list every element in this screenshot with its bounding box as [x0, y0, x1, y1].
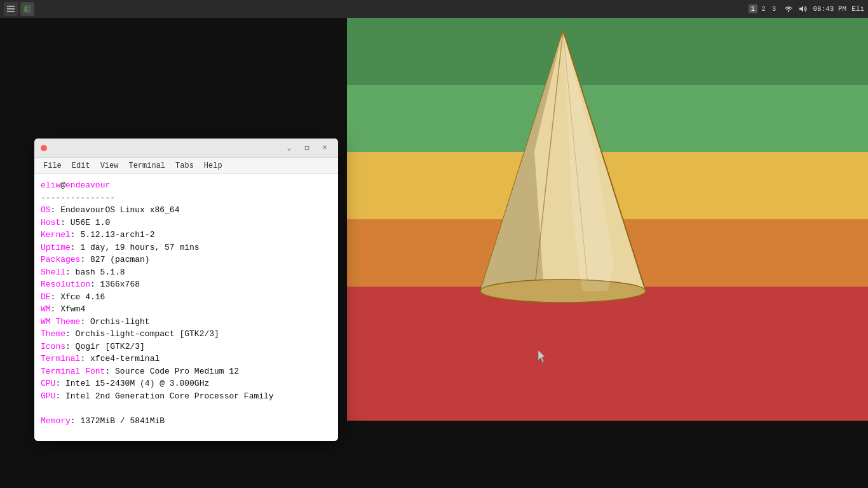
taskbar-system-icons: [783, 4, 808, 13]
terminal-content[interactable]: eliw@endeavour --------------- OS: Endea…: [34, 174, 338, 441]
terminal-line-uptime: Uptime: 1 day, 19 hours, 57 mins: [41, 241, 332, 254]
terminal-taskbar-button[interactable]: $_: [20, 2, 34, 16]
svg-rect-1: [7, 8, 15, 10]
workspace-1[interactable]: 1: [749, 4, 758, 13]
terminal-prompt: eliw@endeavour: [41, 179, 332, 192]
terminal-line-terminal: Terminal: xfce4-terminal: [41, 353, 332, 365]
stripe-black: [347, 421, 868, 488]
workspace-3[interactable]: 3: [770, 4, 779, 13]
svg-marker-12: [538, 350, 545, 363]
cone-illustration: [468, 24, 658, 342]
volume-icon[interactable]: [797, 4, 808, 13]
taskbar: $_ 1 2 3 08:43 PM Eli: [0, 0, 868, 18]
workspace-2[interactable]: 2: [759, 4, 768, 13]
svg-point-5: [788, 11, 789, 12]
terminal-line-blank: [41, 402, 332, 415]
terminal-line-shell: Shell: bash 5.1.8: [41, 266, 332, 279]
taskbar-user: Eli: [851, 5, 864, 13]
terminal-line-de: DE: Xfce 4.16: [41, 291, 332, 304]
terminal-line-wm: WM: Xfwm4: [41, 303, 332, 316]
taskbar-left: $_: [4, 2, 34, 16]
terminal-separator: ---------------: [41, 192, 332, 205]
terminal-line-icons: Icons: Qogir [GTK2/3]: [41, 341, 332, 353]
taskbar-time: 08:43 PM: [813, 5, 846, 13]
menu-terminal[interactable]: Terminal: [125, 160, 169, 172]
menu-edit[interactable]: Edit: [68, 160, 94, 172]
window-close-dot[interactable]: [41, 145, 47, 151]
terminal-titlebar: ⌄ ◻ ×: [34, 139, 338, 158]
terminal-line-cpu: CPU: Intel i5-2430M (4) @ 3.000GHz: [41, 377, 332, 390]
terminal-line-wm-theme: WM Theme: Orchis-light: [41, 316, 332, 329]
wifi-icon[interactable]: [783, 4, 794, 13]
menu-view[interactable]: View: [97, 160, 123, 172]
terminal-window: ⌄ ◻ × File Edit View Terminal Tabs Help …: [34, 139, 338, 441]
terminal-line-kernel: Kernel: 5.12.13-arch1-2: [41, 229, 332, 241]
terminal-line-resolution: Resolution: 868x488: [41, 278, 332, 291]
workspace-indicators: 1 2 3: [749, 4, 779, 13]
terminal-line-font: Terminal Font: Source Code Pro Medium 12: [41, 365, 332, 378]
menu-file[interactable]: File: [39, 160, 65, 172]
svg-text:$_: $_: [24, 6, 31, 12]
terminal-line-host: Host: U56E 1.0: [41, 217, 332, 229]
mouse-cursor: [538, 350, 546, 363]
window-controls: ⌄ ◻ ×: [282, 141, 332, 155]
svg-rect-2: [7, 11, 15, 12]
menu-tabs[interactable]: Tabs: [172, 160, 198, 172]
terminal-menubar: File Edit View Terminal Tabs Help: [34, 158, 338, 174]
window-minimize-button[interactable]: ⌄: [282, 141, 296, 155]
window-maximize-button[interactable]: ◻: [300, 141, 314, 155]
terminal-line-gpu: GPU: Intel 2nd Generation Core Processor…: [41, 390, 332, 403]
app-menu-icon[interactable]: [4, 2, 18, 16]
menu-help[interactable]: Help: [200, 160, 226, 172]
terminal-line-memory: Memory: 1372MiB / 5841MiB: [41, 415, 332, 428]
taskbar-right: 1 2 3 08:43 PM Eli: [749, 4, 864, 13]
svg-rect-0: [7, 6, 15, 7]
terminal-line-packages: Packages: 827 (pacman): [41, 254, 332, 266]
terminal-line-os: OS: EndeavourOS Linux x86_64: [41, 204, 332, 217]
window-close-button[interactable]: ×: [318, 141, 332, 155]
terminal-line-theme: Theme: Orchis-light-compact [GTK2/3]: [41, 328, 332, 341]
svg-point-10: [480, 280, 646, 302]
